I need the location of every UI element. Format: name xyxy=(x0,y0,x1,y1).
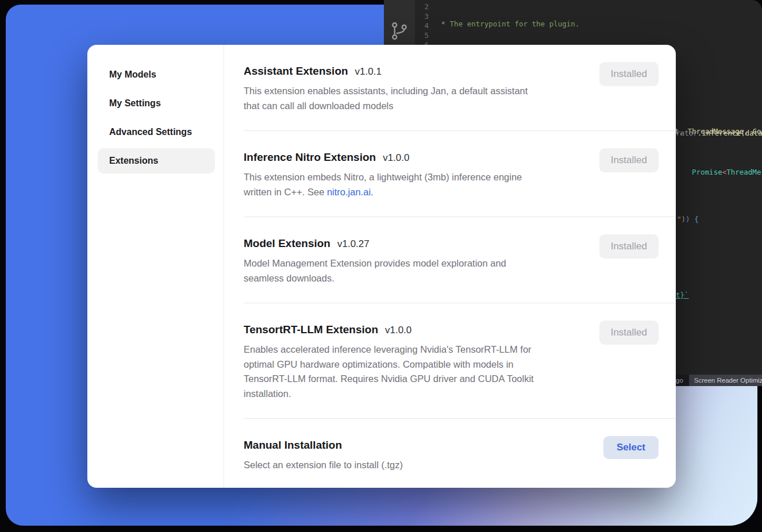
screen-reader-status-item[interactable]: Screen Reader Optimized xyxy=(689,375,762,386)
installed-button[interactable]: Installed xyxy=(599,321,659,345)
extension-row: TensortRT-LLM Extensionv1.0.0 Enables ac… xyxy=(244,303,676,419)
extension-description: Enables accelerated inference leveraging… xyxy=(244,342,588,401)
nav-item-my-settings[interactable]: My Settings xyxy=(98,91,215,116)
extension-description: This extension embeds Nitro, a lightweig… xyxy=(244,170,588,199)
settings-panel: My Models My Settings Advanced Settings … xyxy=(87,45,676,488)
nav-item-extensions[interactable]: Extensions xyxy=(98,148,215,174)
nav-item-advanced-settings[interactable]: Advanced Settings xyxy=(98,119,215,145)
settings-nav: My Models My Settings Advanced Settings … xyxy=(87,45,224,488)
extensions-list: Assistant Extensionv1.0.1 This extension… xyxy=(244,45,676,490)
installed-button[interactable]: Installed xyxy=(599,148,659,172)
extension-title: Manual Installation xyxy=(244,438,659,453)
status-left-text: go xyxy=(676,377,683,384)
extension-row: Assistant Extensionv1.0.1 This extension… xyxy=(244,45,676,131)
extension-description: This extension enables assistants, inclu… xyxy=(244,84,588,113)
manual-installation-row: Manual Installation Select an extension … xyxy=(244,419,676,490)
select-button[interactable]: Select xyxy=(603,436,659,459)
code-fragment: rator.inference(data)); xyxy=(676,129,762,137)
nav-item-my-models[interactable]: My Models xyxy=(98,62,215,87)
source-control-icon[interactable] xyxy=(389,21,410,41)
code-fragment: t}` xyxy=(676,291,689,299)
extension-row: Model Extensionv1.0.27 Model Management … xyxy=(244,217,676,303)
manual-installation-description: Select an extension file to install (.tg… xyxy=(244,458,588,473)
nitro-jan-ai-link[interactable]: nitro.jan.ai. xyxy=(327,187,374,197)
code-fragment: ")) { xyxy=(677,215,699,223)
extension-title: TensortRT-LLM Extensionv1.0.0 xyxy=(244,322,659,337)
installed-button[interactable]: Installed xyxy=(599,234,659,259)
installed-button[interactable]: Installed xyxy=(599,62,659,86)
extension-title: Model Extensionv1.0.27 xyxy=(244,236,659,251)
extension-description: Model Management Extension provides mode… xyxy=(244,256,588,286)
extension-title: Assistant Extensionv1.0.1 xyxy=(244,64,659,79)
code-fragment: Promise<ThreadMessage> xyxy=(692,168,762,176)
line-numbers: 2 3 4 5 6 xyxy=(415,2,429,50)
extension-row: Inference Nitro Extensionv1.0.0 This ext… xyxy=(244,131,676,217)
extension-title: Inference Nitro Extensionv1.0.0 xyxy=(244,150,659,165)
